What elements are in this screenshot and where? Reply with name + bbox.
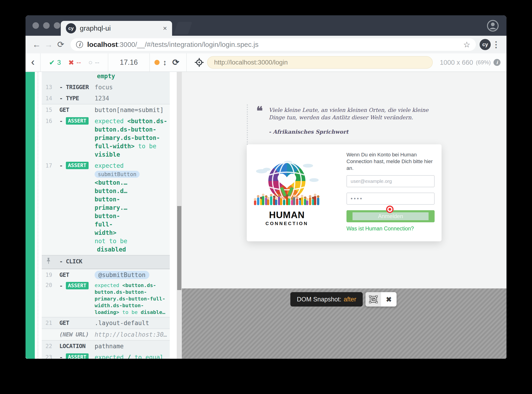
quote-text: Viele kleine Leute, an vielen kleinen Or…	[269, 106, 436, 121]
highlight-icon	[369, 296, 378, 303]
forward-icon[interactable]: →	[43, 40, 55, 49]
tab-close-icon[interactable]: ×	[163, 24, 167, 32]
command-row[interactable]: 19GET@submitButton	[42, 269, 170, 280]
login-intro-text: Wenn Du ein Konto bei Human Connection h…	[347, 151, 436, 171]
browser-window: cy graphql-ui × ← → ⟳ i localhost:3000/_…	[26, 15, 506, 359]
command-number: 13	[46, 83, 59, 91]
command-number	[46, 72, 59, 80]
command-message: .layout-default	[95, 319, 167, 327]
command-number: 19	[46, 271, 59, 279]
profile-avatar-icon[interactable]	[487, 20, 499, 31]
email-input[interactable]	[347, 175, 435, 187]
what-is-link[interactable]: Was ist Human Connection?	[347, 226, 414, 232]
circle-icon: ○	[88, 58, 92, 66]
password-input[interactable]	[347, 193, 435, 205]
url-text[interactable]: localhost:3000/__/#/tests/integration/lo…	[87, 41, 463, 48]
command-log-panel: empty13- TRIGGERfocus14- TYPE123415GETbu…	[26, 72, 177, 359]
command-number: 21	[46, 319, 59, 327]
reporter-scrollbar[interactable]	[177, 72, 182, 359]
bookmark-star-icon[interactable]: ☆	[463, 40, 470, 49]
command-message: 1234	[95, 94, 167, 103]
window-zoom-button[interactable]	[54, 22, 60, 29]
command-row[interactable]: 16- ASSERTexpected <button.ds-button.ds-…	[42, 116, 170, 160]
chevron-left-icon: ‹	[26, 56, 40, 69]
stat-pending: ○ --	[88, 58, 99, 66]
command-name: GET	[59, 271, 95, 279]
auto-scroll-dot-icon[interactable]	[154, 60, 159, 65]
command-number: 22	[46, 342, 59, 350]
viewport-info-icon[interactable]: i	[493, 59, 501, 66]
dom-snapshot-banner: DOM Snapshot: after	[290, 292, 363, 306]
app-url-field[interactable]: http://localhost:3000/login	[207, 56, 433, 69]
command-message	[95, 257, 167, 267]
runner-main: empty13- TRIGGERfocus14- TYPE123415GETbu…	[26, 72, 506, 359]
check-icon: ✔	[49, 58, 55, 67]
window-close-button[interactable]	[32, 22, 39, 29]
browser-menu-icon[interactable]: ⋮	[491, 40, 501, 49]
command-name: (NEW URL)	[59, 330, 95, 339]
scroll-toggle-icon[interactable]: ↕	[163, 58, 167, 67]
quote-block: ❝ Viele kleine Leute, an vielen kleinen …	[247, 104, 439, 145]
command-number: 15	[46, 106, 59, 114]
back-to-tests[interactable]: ‹	[26, 53, 41, 72]
address-input[interactable]: i localhost:3000/__/#/tests/integration/…	[71, 38, 476, 51]
assert-badge: ASSERT	[66, 282, 88, 289]
dom-snapshot-state: after	[344, 296, 356, 303]
command-row[interactable]: 22LOCATIONpathname	[42, 340, 170, 352]
quote-mark-icon: ❝	[256, 106, 263, 135]
command-number: 20	[46, 282, 59, 316]
command-name: - TYPE	[59, 94, 95, 103]
command-log-rows: empty13- TRIGGERfocus14- TYPE123415GETbu…	[42, 72, 170, 359]
command-row[interactable]: 21GET.layout-default	[42, 317, 170, 329]
window-minimize-button[interactable]	[43, 22, 50, 29]
close-snapshot-button[interactable]: ✖	[381, 292, 397, 306]
window-controls[interactable]	[32, 22, 60, 29]
close-icon: ✖	[386, 296, 392, 304]
viewport-zoom: (69%)	[476, 59, 491, 66]
quote-author: - Afrikanisches Sprichwort	[269, 128, 436, 135]
command-row[interactable]: (NEW URL)http://localhost:30…	[42, 329, 170, 340]
command-name: - ASSERT	[59, 353, 95, 359]
reload-icon[interactable]: ⟳	[55, 40, 67, 49]
command-row[interactable]: empty	[42, 72, 170, 82]
human-connection-logo	[253, 159, 321, 211]
highlight-toggle-button[interactable]	[365, 292, 381, 306]
selector-playground-icon[interactable]	[194, 58, 204, 67]
x-icon: ✖	[68, 58, 74, 67]
command-number	[46, 330, 59, 339]
scrollbar-thumb[interactable]	[177, 206, 181, 290]
restart-tests-icon[interactable]: ⟳	[172, 57, 179, 67]
log-dotted-guide	[38, 72, 38, 359]
url-path: :3000/__/#/tests/integration/login/login…	[118, 41, 259, 48]
test-passed-indicator	[26, 72, 35, 359]
cypress-favicon: cy	[66, 23, 76, 33]
command-number: 16	[46, 117, 59, 159]
url-host: localhost	[87, 41, 118, 48]
command-row[interactable]: 14- TYPE1234	[42, 93, 170, 104]
command-row[interactable]: 23- ASSERTexpected / to equal/	[42, 352, 170, 359]
tab-title: graphql-ui	[80, 24, 163, 32]
command-row[interactable]: 15GETbutton[name=submit]	[42, 104, 170, 116]
pinned-command-row[interactable]: - CLICK	[42, 255, 170, 269]
click-event-marker	[386, 206, 394, 213]
command-message: focus	[95, 83, 167, 91]
command-name: - ASSERT	[59, 282, 95, 316]
command-row[interactable]: 20- ASSERTexpected <button.ds-button.ds-…	[42, 280, 170, 317]
browser-tab-bar: cy graphql-ui ×	[26, 15, 506, 36]
command-message: expected submitButton<button.…button.d…b…	[95, 161, 167, 254]
back-icon[interactable]: ←	[31, 40, 43, 49]
command-name: LOCATION	[59, 342, 95, 350]
cypress-extension-icon[interactable]: cy	[480, 39, 491, 50]
command-row[interactable]: 13- TRIGGERfocus	[42, 82, 170, 93]
command-name: GET	[59, 319, 95, 327]
pin-icon	[46, 257, 59, 267]
page-info-icon[interactable]: i	[76, 41, 83, 48]
assert-badge: ASSERT	[66, 162, 88, 169]
command-row[interactable]: 17- ASSERTexpected submitButton<button.……	[42, 160, 170, 255]
new-tab-button[interactable]	[174, 22, 192, 34]
command-message: expected / to equal/	[95, 353, 167, 359]
viewport-info: 1000 x 660 (69%) i	[437, 53, 506, 72]
browser-tab[interactable]: cy graphql-ui ×	[61, 21, 172, 36]
command-message: empty	[95, 72, 167, 80]
brand-wordmark-line2: CONNECTION	[253, 221, 321, 226]
